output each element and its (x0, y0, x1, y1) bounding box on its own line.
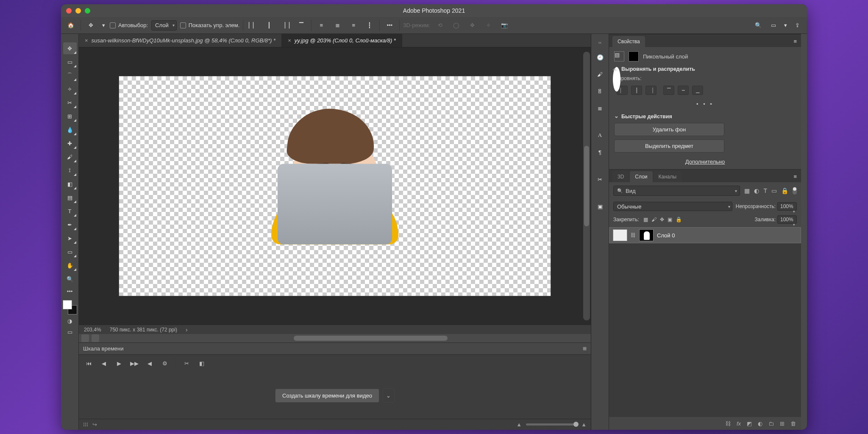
expand-dock-button[interactable]: ‹‹ (598, 40, 601, 45)
mask-link-icon[interactable]: ⛓ (631, 232, 636, 238)
close-tab-icon[interactable]: × (288, 37, 291, 44)
layer-name[interactable]: Слой 0 (657, 232, 675, 239)
distribute-top-button[interactable]: ≡ (315, 19, 328, 32)
share-button[interactable]: ⇪ (791, 19, 804, 32)
filter-pixel-icon[interactable]: ▦ (744, 187, 750, 194)
auto-select-target-select[interactable]: Слой (151, 20, 177, 31)
navigator-panel-icon[interactable]: ▣ (594, 200, 606, 213)
split-clip-button[interactable]: ✂ (182, 359, 191, 368)
vertical-scrollbar[interactable] (583, 52, 590, 320)
create-video-timeline-button[interactable]: Создать шкалу времени для видео (275, 389, 379, 403)
remove-background-button[interactable]: Удалить фон (614, 123, 724, 136)
home-button[interactable]: 🏠 (64, 19, 77, 32)
close-tab-icon[interactable]: × (85, 37, 88, 44)
gradient-tool[interactable]: ▤ (63, 192, 77, 203)
layer-fx-button[interactable]: fx (737, 420, 741, 427)
auto-select-checkbox[interactable]: Автовыбор: (110, 22, 148, 28)
edit-toolbar-button[interactable]: ••• (63, 287, 77, 296)
quick-mask-button[interactable]: ◑ (63, 316, 77, 326)
document-tab-0[interactable]: × susan-wilkinson-BfWDyQ10uMk-unsplash.j… (79, 34, 282, 47)
pen-tool[interactable]: ✒ (63, 219, 77, 231)
prev-frame-button[interactable]: ◀ (99, 359, 108, 368)
color-swatches[interactable] (63, 300, 77, 314)
panel-scrollbar[interactable] (801, 34, 807, 430)
canvas[interactable] (119, 76, 551, 296)
more-actions-link[interactable]: Дополнительно (614, 156, 796, 165)
canvas-viewport[interactable] (79, 47, 591, 325)
rect-marquee-tool[interactable]: ▭ (63, 56, 77, 68)
actions-panel-icon[interactable]: ✂ (594, 173, 606, 186)
new-layer-button[interactable]: ⊞ (780, 420, 785, 427)
filter-adjust-icon[interactable]: ◐ (754, 187, 759, 194)
filter-toggle[interactable] (793, 187, 797, 195)
next-frame-button[interactable]: ▶▶ (130, 359, 139, 368)
screen-mode-button[interactable]: ▭ (767, 19, 780, 32)
section-quick-header[interactable]: Быстрые действия (614, 113, 796, 120)
frame-tool[interactable]: ⊞ (63, 110, 77, 122)
align-hcenters[interactable]: ┃ (631, 86, 642, 95)
healing-brush-tool[interactable]: ✚ (63, 137, 77, 149)
align-top-button[interactable]: ▔ (295, 19, 308, 32)
crop-tool[interactable]: ✂ (63, 97, 77, 108)
brushes-panel-icon[interactable]: 🖌 (594, 68, 606, 81)
paragraph-panel-icon[interactable]: ¶ (594, 146, 606, 159)
path-select-tool[interactable]: ➤ (63, 232, 77, 244)
lock-all-icon[interactable]: 🔒 (676, 217, 682, 223)
select-subject-button[interactable]: Выделить предмет (614, 139, 724, 153)
timeline-type-dropdown[interactable]: ⌄ (383, 388, 395, 403)
align-hcenter-button[interactable]: ┃ (263, 19, 275, 32)
section-align-header[interactable]: Выровнять и распределить (614, 66, 796, 72)
close-window-button[interactable] (66, 8, 72, 14)
search-button[interactable]: 🔍 (752, 19, 765, 32)
add-mask-button[interactable]: ◩ (747, 420, 752, 427)
align-bottom-edges[interactable]: ▁ (692, 86, 703, 95)
shape-tool[interactable]: ▭ (63, 246, 77, 258)
eyedropper-tool[interactable]: 💧 (63, 124, 77, 136)
timeline-settings-button[interactable]: ⚙ (160, 359, 170, 368)
link-layers-button[interactable]: ⛓ (725, 420, 731, 427)
more-align-button[interactable]: ••• (383, 19, 396, 32)
new-adjustment-button[interactable]: ◐ (758, 420, 762, 427)
move-tool[interactable]: ✥ (63, 42, 77, 54)
libraries-panel-icon[interactable]: ≣ (594, 102, 606, 114)
screen-mode-dropdown[interactable]: ▾ (782, 19, 788, 32)
status-more-button[interactable]: › (186, 326, 188, 333)
audio-mute-button[interactable]: ◀ (145, 359, 154, 368)
zoom-level[interactable]: 203,4% (84, 327, 101, 333)
properties-menu-button[interactable]: ≡ (789, 36, 801, 47)
transition-button[interactable]: ◧ (197, 359, 206, 368)
eraser-tool[interactable]: ◧ (63, 178, 77, 190)
filter-shape-icon[interactable]: ▭ (771, 187, 777, 194)
fill-value[interactable]: 100% (777, 215, 797, 224)
show-transform-checkbox[interactable]: Показать упр. элем. (180, 22, 240, 28)
horizontal-scrollbar[interactable] (79, 334, 591, 342)
go-first-frame-button[interactable]: ⏮ (84, 359, 93, 368)
lock-artboard-icon[interactable]: ▣ (668, 217, 672, 223)
clone-stamp-tool[interactable]: ⟟ (63, 164, 77, 176)
blend-mode-select[interactable]: Обычные (613, 202, 732, 211)
zoom-tool[interactable]: 🔍 (63, 273, 77, 285)
align-more-button[interactable]: • • • (614, 99, 796, 111)
distribute-horizontal-button[interactable]: ┇ (363, 19, 376, 32)
document-tab-1[interactable]: × yy.jpg @ 203% (Слой 0, Слой-маска/8) * (282, 34, 402, 47)
current-tool-move-icon[interactable]: ✥ (84, 19, 97, 32)
layer-row[interactable]: 👁 ⛓ Слой 0 (609, 227, 801, 243)
delete-layer-button[interactable]: 🗑 (790, 420, 796, 427)
lock-pixels-icon[interactable]: 🖌 (651, 217, 657, 223)
magic-wand-tool[interactable]: ✧ (63, 83, 77, 95)
distribute-bottom-button[interactable]: ≡ (347, 19, 360, 32)
layers-menu-button[interactable]: ≡ (789, 171, 801, 182)
visibility-toggle-icon[interactable]: 👁 (613, 67, 620, 92)
align-right-edges[interactable]: ▕ (645, 86, 657, 95)
opacity-value[interactable]: 100% (777, 202, 797, 211)
play-button[interactable]: ▶ (114, 359, 124, 368)
minimize-window-button[interactable] (75, 8, 81, 14)
lock-position-icon[interactable]: ✥ (660, 217, 664, 223)
timeline-options-icon[interactable]: ⁞⁞⁞ (83, 421, 88, 428)
foreground-color[interactable] (63, 300, 72, 309)
tab-layers[interactable]: Слои (630, 171, 652, 182)
align-right-button[interactable]: ▕▕ (279, 19, 292, 32)
character-panel-icon[interactable]: A (594, 129, 606, 142)
align-left-button[interactable]: ▏▏ (247, 19, 259, 32)
align-top-edges[interactable]: ▔ (663, 86, 674, 95)
